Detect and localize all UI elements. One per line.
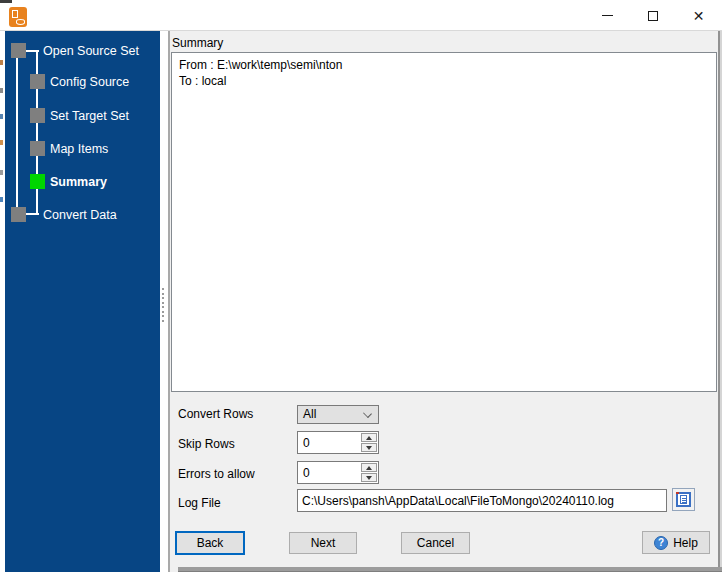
convert-rows-label: Convert Rows xyxy=(178,407,253,421)
step-marker-convert-data xyxy=(11,207,26,222)
titlebar: ✕ xyxy=(0,0,722,31)
skip-rows-label: Skip Rows xyxy=(178,437,235,451)
splitter-grip xyxy=(162,315,164,317)
maximize-icon xyxy=(648,11,658,21)
desktop-artifact xyxy=(0,170,3,175)
convert-rows-value: All xyxy=(303,407,316,421)
summary-panel-title: Summary xyxy=(172,36,223,50)
next-button-label: Next xyxy=(311,536,336,550)
wizard-steps-sidebar: Open Source Set Config Source Set Target… xyxy=(5,31,160,572)
skip-rows-value: 0 xyxy=(303,436,310,450)
connector-line xyxy=(25,213,39,215)
sidebar-step-summary: Summary xyxy=(50,175,107,189)
minimize-button[interactable] xyxy=(585,0,630,31)
spin-down-button[interactable] xyxy=(361,443,377,452)
splitter-grip xyxy=(162,320,164,322)
connector-line xyxy=(16,58,18,207)
splitter-grip xyxy=(162,293,164,295)
log-file-label: Log File xyxy=(178,496,221,510)
errors-to-allow-value: 0 xyxy=(303,466,310,480)
sidebar-step-set-target-set: Set Target Set xyxy=(50,109,129,123)
connector-line xyxy=(25,50,39,52)
errors-to-allow-spinner[interactable]: 0 xyxy=(297,461,379,484)
spin-up-button[interactable] xyxy=(361,463,377,472)
splitter-grip xyxy=(162,297,164,299)
desktop-artifact xyxy=(0,140,3,145)
skip-rows-spinner[interactable]: 0 xyxy=(297,431,379,454)
sidebar-step-map-items: Map Items xyxy=(50,142,108,156)
arrow-up-icon xyxy=(366,466,372,470)
convert-rows-dropdown[interactable]: All xyxy=(297,405,379,424)
step-marker-open-source-set xyxy=(11,43,26,58)
cancel-button-label: Cancel xyxy=(417,536,454,550)
desktop-artifact xyxy=(0,60,3,65)
spin-up-button[interactable] xyxy=(361,433,377,442)
database-glyph-icon xyxy=(16,19,25,25)
summary-textbox[interactable]: From : E:\work\temp\semi\nton To : local xyxy=(171,52,717,392)
maximize-button[interactable] xyxy=(630,0,675,31)
help-button-label: Help xyxy=(673,536,698,550)
spin-down-button[interactable] xyxy=(361,473,377,482)
chevron-down-icon xyxy=(363,409,372,418)
help-button[interactable]: ? Help xyxy=(642,531,710,554)
splitter-grip xyxy=(162,302,164,304)
sidebar-step-convert-data: Convert Data xyxy=(43,208,117,222)
back-button[interactable]: Back xyxy=(175,531,245,555)
view-log-file-icon xyxy=(676,492,691,507)
main-panel: Summary From : E:\work\temp\semi\nton To… xyxy=(170,31,718,572)
arrow-down-icon xyxy=(366,476,372,480)
desktop-artifact xyxy=(0,0,12,3)
desktop-artifact xyxy=(0,88,3,93)
step-marker-config-source xyxy=(30,74,45,89)
errors-to-allow-label: Errors to allow xyxy=(178,467,255,481)
next-button[interactable]: Next xyxy=(289,532,357,554)
minimize-icon xyxy=(602,15,613,16)
desktop-artifact xyxy=(0,114,3,119)
desktop-artifact xyxy=(0,197,3,202)
back-button-label: Back xyxy=(197,536,224,550)
arrow-up-icon xyxy=(366,436,372,440)
window-bottom-edge xyxy=(178,567,722,572)
step-marker-set-target-set xyxy=(30,108,45,123)
file-glyph-icon xyxy=(12,10,18,18)
summary-from-line: From : E:\work\temp\semi\nton xyxy=(179,58,342,72)
splitter-grip xyxy=(162,311,164,313)
log-file-browse-button[interactable] xyxy=(672,488,695,511)
cancel-button[interactable]: Cancel xyxy=(401,532,470,554)
summary-to-line: To : local xyxy=(179,74,226,88)
app-logo-icon xyxy=(9,7,27,27)
step-marker-summary-active xyxy=(30,174,45,189)
sidebar-step-config-source: Config Source xyxy=(50,75,129,89)
step-marker-map-items xyxy=(30,141,45,156)
sidebar-splitter[interactable] xyxy=(160,31,170,572)
close-button[interactable]: ✕ xyxy=(675,0,722,31)
splitter-grip xyxy=(162,288,164,290)
arrow-down-icon xyxy=(366,446,372,450)
sidebar-step-open-source-set: Open Source Set xyxy=(43,44,139,58)
wizard-window: ✕ Open Source Set Config Source Set Targ… xyxy=(0,0,722,572)
close-icon: ✕ xyxy=(693,9,705,23)
log-file-input[interactable] xyxy=(297,489,667,512)
splitter-grip xyxy=(162,306,164,308)
help-question-icon: ? xyxy=(654,536,668,550)
